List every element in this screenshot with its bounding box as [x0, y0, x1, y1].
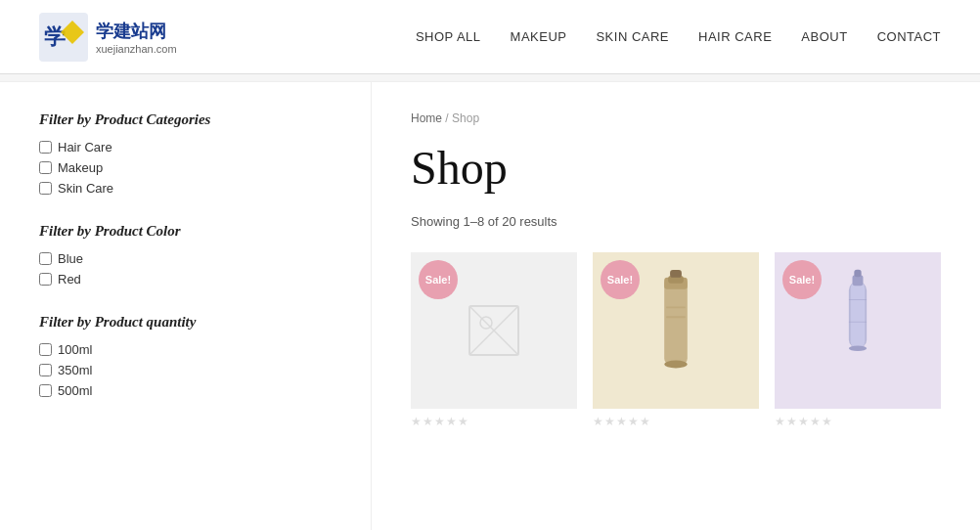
- star-3-2: ★: [786, 415, 797, 428]
- svg-rect-17: [854, 270, 861, 277]
- sale-badge-2: Sale!: [601, 260, 640, 299]
- nav-about[interactable]: ABOUT: [801, 29, 847, 44]
- breadcrumb-home[interactable]: Home: [411, 111, 442, 125]
- filter-category-hair-care[interactable]: Hair Care: [39, 140, 332, 155]
- nav-hair-care[interactable]: HAIR CARE: [698, 29, 772, 44]
- logo-text: 学建站网 xuejianzhan.com: [96, 20, 177, 55]
- category-label-hair-care: Hair Care: [58, 140, 112, 155]
- star-2-2: ★: [604, 415, 615, 428]
- svg-rect-19: [849, 299, 867, 300]
- filter-categories-title: Filter by Product Categories: [39, 111, 332, 128]
- star-2-3: ★: [616, 415, 627, 428]
- star-1-2: ★: [423, 415, 433, 428]
- logo[interactable]: 学 学建站网 xuejianzhan.com: [39, 13, 177, 62]
- qty-label-350: 350ml: [58, 363, 92, 377]
- qty-label-100: 100ml: [58, 342, 92, 357]
- category-label-skin-care: Skin Care: [58, 181, 113, 196]
- shop-content: Home / Shop Shop Showing 1–8 of 20 resul…: [372, 82, 980, 530]
- checkbox-red[interactable]: [39, 273, 52, 286]
- star-1-3: ★: [434, 415, 445, 428]
- product-card-2[interactable]: Sale! ★ ★ ★ ★: [593, 252, 759, 428]
- star-2-4: ★: [628, 415, 639, 428]
- breadcrumb-separator: /: [442, 111, 452, 125]
- sale-badge-1: Sale!: [419, 260, 458, 299]
- checkbox-hair-care[interactable]: [39, 141, 52, 154]
- product-grid: Sale! ★ ★ ★ ★ ★: [411, 252, 941, 428]
- nav-contact[interactable]: CONTACT: [877, 29, 941, 44]
- filter-qty-500[interactable]: 500ml: [39, 383, 332, 398]
- results-count: Showing 1–8 of 20 results: [411, 214, 941, 229]
- category-label-makeup: Makeup: [58, 160, 103, 175]
- sidebar: Filter by Product Categories Hair Care M…: [0, 82, 372, 530]
- svg-rect-10: [670, 270, 682, 278]
- checkbox-makeup[interactable]: [39, 161, 52, 174]
- svg-rect-7: [664, 278, 688, 365]
- breadcrumb: Home / Shop: [411, 111, 941, 125]
- filter-category-skin-care[interactable]: Skin Care: [39, 181, 332, 196]
- filter-color-section: Filter by Product Color Blue Red: [39, 223, 332, 287]
- checkbox-350ml[interactable]: [39, 364, 52, 376]
- star-3-4: ★: [810, 415, 821, 428]
- svg-point-18: [849, 346, 867, 351]
- sale-badge-3: Sale!: [782, 260, 822, 299]
- star-1-5: ★: [458, 415, 468, 428]
- star-1-4: ★: [446, 415, 457, 428]
- filter-qty-350[interactable]: 350ml: [39, 363, 332, 377]
- filter-quantity-section: Filter by Product quantity 100ml 350ml 5…: [39, 314, 332, 398]
- nav-makeup[interactable]: MAKEUP: [511, 29, 567, 44]
- star-2-5: ★: [640, 415, 650, 428]
- filter-color-red[interactable]: Red: [39, 272, 332, 287]
- star-1-1: ★: [411, 415, 422, 428]
- star-3-1: ★: [775, 415, 785, 428]
- product-bottle-svg: [808, 268, 908, 393]
- checkbox-500ml[interactable]: [39, 384, 52, 397]
- filter-color-title: Filter by Product Color: [39, 223, 332, 240]
- nav-skin-care[interactable]: SKIN CARE: [596, 29, 669, 44]
- star-3-3: ★: [798, 415, 809, 428]
- product-card-1[interactable]: Sale! ★ ★ ★ ★ ★: [411, 252, 577, 428]
- logo-title: 学建站网: [96, 20, 177, 43]
- star-rating-3: ★ ★ ★ ★ ★: [775, 415, 941, 428]
- sub-header-divider: [0, 74, 980, 82]
- breadcrumb-current: Shop: [452, 111, 479, 125]
- qty-label-500: 500ml: [58, 383, 92, 398]
- product-image-2: Sale!: [593, 252, 759, 409]
- checkbox-blue[interactable]: [39, 252, 52, 265]
- color-label-red: Red: [58, 272, 81, 287]
- star-2-1: ★: [593, 415, 603, 428]
- checkbox-100ml[interactable]: [39, 343, 52, 356]
- svg-point-13: [664, 361, 688, 369]
- filter-quantity-title: Filter by Product quantity: [39, 314, 332, 331]
- filter-category-makeup[interactable]: Makeup: [39, 160, 332, 175]
- svg-text:学: 学: [44, 24, 66, 49]
- color-label-blue: Blue: [58, 251, 83, 266]
- product-image-1: Sale!: [411, 252, 577, 409]
- main-container: Filter by Product Categories Hair Care M…: [0, 82, 980, 530]
- filter-qty-100[interactable]: 100ml: [39, 342, 332, 357]
- svg-rect-12: [666, 316, 686, 318]
- filter-categories-section: Filter by Product Categories Hair Care M…: [39, 111, 332, 196]
- product-tube-svg: [626, 268, 726, 393]
- svg-rect-15: [851, 282, 866, 349]
- logo-subtitle: xuejianzhan.com: [96, 43, 177, 55]
- product-card-3[interactable]: Sale! ★ ★ ★ ★: [775, 252, 941, 428]
- product-image-3: Sale!: [775, 252, 941, 409]
- star-3-5: ★: [822, 415, 832, 428]
- nav-shop-all[interactable]: SHOP ALL: [416, 29, 481, 44]
- svg-rect-20: [849, 322, 867, 323]
- svg-rect-11: [666, 306, 686, 308]
- checkbox-skin-care[interactable]: [39, 182, 52, 195]
- star-rating-2: ★ ★ ★ ★ ★: [593, 415, 759, 428]
- site-header: 学 学建站网 xuejianzhan.com SHOP ALL MAKEUP S…: [0, 0, 980, 74]
- filter-color-blue[interactable]: Blue: [39, 251, 332, 266]
- page-title: Shop: [411, 141, 941, 195]
- star-rating-1: ★ ★ ★ ★ ★: [411, 415, 577, 428]
- main-nav: SHOP ALL MAKEUP SKIN CARE HAIR CARE ABOU…: [416, 29, 941, 44]
- logo-icon: 学: [39, 13, 88, 62]
